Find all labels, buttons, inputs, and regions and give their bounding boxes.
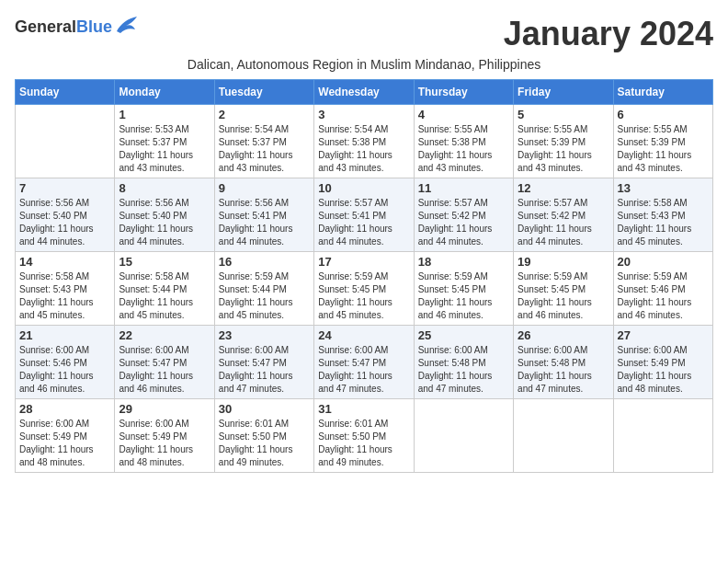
day-info-line: Sunrise: 5:58 AM bbox=[618, 197, 709, 210]
calendar-cell: 3Sunrise: 5:54 AMSunset: 5:38 PMDaylight… bbox=[314, 105, 414, 178]
day-info: Sunrise: 5:59 AMSunset: 5:45 PMDaylight:… bbox=[518, 270, 609, 322]
day-number: 1 bbox=[119, 108, 210, 121]
day-info: Sunrise: 5:57 AMSunset: 5:41 PMDaylight:… bbox=[318, 197, 409, 248]
day-info-line: and 44 minutes. bbox=[318, 236, 409, 248]
day-number: 11 bbox=[418, 181, 509, 195]
calendar-cell: 29Sunrise: 6:00 AMSunset: 5:49 PMDayligh… bbox=[115, 399, 214, 473]
day-info-line: Sunrise: 6:00 AM bbox=[318, 344, 409, 357]
calendar-cell: 24Sunrise: 6:00 AMSunset: 5:47 PMDayligh… bbox=[314, 326, 414, 399]
day-info-line: Sunrise: 5:59 AM bbox=[318, 270, 409, 283]
day-info-line: and 44 minutes. bbox=[19, 236, 110, 248]
day-info-line: Sunset: 5:50 PM bbox=[219, 431, 310, 443]
day-info-line: and 44 minutes. bbox=[119, 236, 210, 248]
day-info-line: Daylight: 11 hours bbox=[518, 223, 609, 236]
day-info: Sunrise: 5:59 AMSunset: 5:44 PMDaylight:… bbox=[219, 270, 310, 322]
day-info-line: Daylight: 11 hours bbox=[318, 443, 409, 456]
day-info-line: and 47 minutes. bbox=[518, 383, 609, 396]
day-info-line: Sunrise: 5:59 AM bbox=[518, 270, 609, 283]
calendar-cell: 20Sunrise: 5:59 AMSunset: 5:46 PMDayligh… bbox=[613, 252, 712, 326]
month-title: January 2024 bbox=[504, 15, 713, 53]
day-number: 21 bbox=[19, 328, 110, 342]
day-number: 24 bbox=[318, 328, 409, 342]
calendar-week-row: 14Sunrise: 5:58 AMSunset: 5:43 PMDayligh… bbox=[16, 252, 713, 326]
day-info: Sunrise: 6:00 AMSunset: 5:49 PMDaylight:… bbox=[618, 344, 709, 396]
calendar-cell: 31Sunrise: 6:01 AMSunset: 5:50 PMDayligh… bbox=[314, 399, 414, 473]
day-info-line: Daylight: 11 hours bbox=[518, 296, 609, 309]
day-info-line: Sunset: 5:37 PM bbox=[119, 136, 210, 149]
day-info-line: Daylight: 11 hours bbox=[318, 370, 409, 383]
day-info-line: Sunrise: 5:56 AM bbox=[19, 197, 110, 210]
day-info-line: Sunrise: 6:00 AM bbox=[19, 418, 110, 431]
day-info: Sunrise: 6:00 AMSunset: 5:47 PMDaylight:… bbox=[119, 344, 210, 396]
day-info-line: and 48 minutes. bbox=[19, 456, 110, 469]
col-header-wednesday: Wednesday bbox=[314, 80, 414, 105]
day-number: 31 bbox=[318, 402, 409, 416]
calendar-cell: 15Sunrise: 5:58 AMSunset: 5:44 PMDayligh… bbox=[115, 252, 214, 326]
calendar-cell: 17Sunrise: 5:59 AMSunset: 5:45 PMDayligh… bbox=[314, 252, 414, 326]
calendar-week-row: 1Sunrise: 5:53 AMSunset: 5:37 PMDaylight… bbox=[16, 105, 713, 178]
day-info-line: Sunset: 5:47 PM bbox=[219, 357, 310, 370]
calendar-table: SundayMondayTuesdayWednesdayThursdayFrid… bbox=[15, 79, 713, 473]
day-info-line: Daylight: 11 hours bbox=[119, 296, 210, 309]
day-info-line: Sunrise: 5:55 AM bbox=[618, 123, 709, 136]
calendar-cell: 26Sunrise: 6:00 AMSunset: 5:48 PMDayligh… bbox=[514, 326, 613, 399]
day-number: 15 bbox=[119, 255, 210, 269]
day-info: Sunrise: 5:58 AMSunset: 5:44 PMDaylight:… bbox=[119, 270, 210, 322]
day-info: Sunrise: 5:56 AMSunset: 5:41 PMDaylight:… bbox=[219, 197, 310, 248]
day-info-line: Daylight: 11 hours bbox=[19, 296, 110, 309]
day-info-line: and 45 minutes. bbox=[119, 309, 210, 322]
day-number: 16 bbox=[219, 255, 310, 269]
day-info-line: and 47 minutes. bbox=[418, 383, 509, 396]
calendar-subtitle: Dalican, Autonomous Region in Muslim Min… bbox=[15, 57, 713, 72]
day-info-line: Sunset: 5:41 PM bbox=[318, 210, 409, 223]
calendar-cell: 23Sunrise: 6:00 AMSunset: 5:47 PMDayligh… bbox=[214, 326, 313, 399]
day-info-line: Daylight: 11 hours bbox=[219, 443, 310, 456]
day-info-line: Sunrise: 5:57 AM bbox=[518, 197, 609, 210]
calendar-cell: 9Sunrise: 5:56 AMSunset: 5:41 PMDaylight… bbox=[214, 178, 313, 252]
day-info-line: Daylight: 11 hours bbox=[618, 149, 709, 162]
day-info: Sunrise: 6:00 AMSunset: 5:46 PMDaylight:… bbox=[19, 344, 110, 396]
day-info-line: Sunrise: 5:56 AM bbox=[219, 197, 310, 210]
day-info-line: Daylight: 11 hours bbox=[19, 370, 110, 383]
day-number: 3 bbox=[318, 108, 409, 121]
day-info-line: Sunset: 5:39 PM bbox=[618, 136, 709, 149]
col-header-tuesday: Tuesday bbox=[214, 80, 313, 105]
day-info: Sunrise: 5:57 AMSunset: 5:42 PMDaylight:… bbox=[418, 197, 509, 248]
calendar-cell: 7Sunrise: 5:56 AMSunset: 5:40 PMDaylight… bbox=[16, 178, 115, 252]
calendar-cell bbox=[414, 399, 513, 473]
day-number: 8 bbox=[119, 181, 210, 195]
day-info-line: Sunset: 5:38 PM bbox=[418, 136, 509, 149]
logo-bird-icon bbox=[113, 15, 139, 40]
day-info-line: and 43 minutes. bbox=[618, 162, 709, 175]
day-info: Sunrise: 5:56 AMSunset: 5:40 PMDaylight:… bbox=[19, 197, 110, 248]
day-info-line: Sunset: 5:44 PM bbox=[219, 283, 310, 296]
calendar-cell bbox=[16, 105, 115, 178]
day-number: 25 bbox=[418, 328, 509, 342]
day-info-line: Daylight: 11 hours bbox=[119, 223, 210, 236]
day-number: 29 bbox=[119, 402, 210, 416]
day-info-line: Daylight: 11 hours bbox=[219, 223, 310, 236]
day-info: Sunrise: 5:58 AMSunset: 5:43 PMDaylight:… bbox=[19, 270, 110, 322]
day-info: Sunrise: 6:01 AMSunset: 5:50 PMDaylight:… bbox=[318, 418, 409, 469]
col-header-sunday: Sunday bbox=[16, 80, 115, 105]
day-info-line: Sunrise: 5:56 AM bbox=[119, 197, 210, 210]
day-number: 22 bbox=[119, 328, 210, 342]
calendar-cell: 1Sunrise: 5:53 AMSunset: 5:37 PMDaylight… bbox=[115, 105, 214, 178]
calendar-cell: 14Sunrise: 5:58 AMSunset: 5:43 PMDayligh… bbox=[16, 252, 115, 326]
day-info-line: Daylight: 11 hours bbox=[418, 149, 509, 162]
day-info-line: and 44 minutes. bbox=[518, 236, 609, 248]
day-info-line: Sunset: 5:47 PM bbox=[119, 357, 210, 370]
day-info-line: Sunset: 5:49 PM bbox=[618, 357, 709, 370]
day-info-line: and 49 minutes. bbox=[219, 456, 310, 469]
day-info-line: Daylight: 11 hours bbox=[19, 223, 110, 236]
day-info: Sunrise: 5:55 AMSunset: 5:39 PMDaylight:… bbox=[618, 123, 709, 175]
day-info-line: Sunset: 5:44 PM bbox=[119, 283, 210, 296]
day-info-line: Daylight: 11 hours bbox=[418, 370, 509, 383]
day-info-line: Sunset: 5:42 PM bbox=[518, 210, 609, 223]
day-info-line: and 47 minutes. bbox=[318, 383, 409, 396]
day-info-line: and 45 minutes. bbox=[219, 309, 310, 322]
day-info-line: Sunset: 5:43 PM bbox=[19, 283, 110, 296]
day-info-line: Daylight: 11 hours bbox=[219, 149, 310, 162]
day-info-line: Sunset: 5:46 PM bbox=[19, 357, 110, 370]
calendar-cell: 6Sunrise: 5:55 AMSunset: 5:39 PMDaylight… bbox=[613, 105, 712, 178]
